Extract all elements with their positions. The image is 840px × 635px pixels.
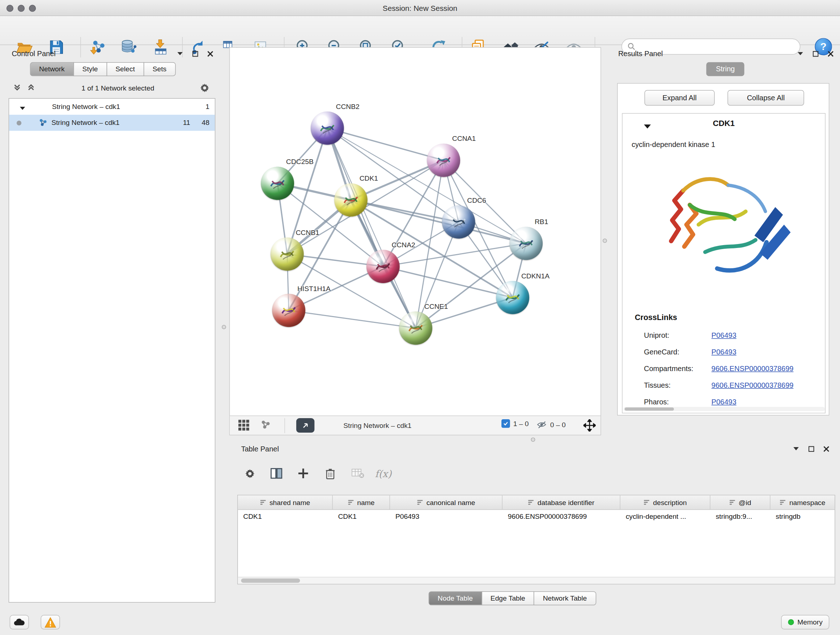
network-view[interactable]: CCNB2CCNA1CDC25BCDK1CDC6RB1CCNB1CCNA2CDK…	[229, 47, 601, 435]
collapse-all-button[interactable]: Collapse All	[728, 90, 804, 106]
right-splitter-handle[interactable]	[603, 239, 607, 243]
clear-table-icon[interactable]	[348, 465, 368, 482]
network-node-label: CDC25B	[286, 157, 314, 165]
left-splitter-handle[interactable]	[222, 325, 226, 329]
network-tree: String Network – cdk1 1 String Network –…	[9, 98, 216, 602]
gene-description: cyclin-dependent kinase 1	[632, 141, 715, 149]
results-horizontal-scrollbar[interactable]	[624, 407, 825, 411]
column-header-name[interactable]: name	[333, 495, 390, 509]
tab-sets[interactable]: Sets	[143, 62, 175, 76]
close-window-button[interactable]	[6, 5, 13, 11]
tab-select[interactable]: Select	[106, 62, 144, 76]
expand-all-button[interactable]: Expand All	[644, 90, 714, 106]
panel-menu-icon[interactable]	[792, 445, 801, 453]
tab-node-table[interactable]: Node Table	[429, 591, 482, 605]
panel-float-icon[interactable]	[191, 49, 199, 58]
sort-icon	[347, 499, 354, 506]
application-window: Session: New Session ? Control	[0, 0, 840, 635]
panel-menu-icon[interactable]	[796, 49, 805, 58]
control-panel-title: Control Panel	[12, 50, 56, 57]
network-node-cdc25b[interactable]	[261, 167, 294, 200]
show-columns-icon[interactable]	[267, 465, 286, 482]
maximize-window-button[interactable]	[29, 5, 36, 11]
network-node-hist1h1a[interactable]	[272, 294, 305, 327]
panel-menu-icon[interactable]	[176, 49, 185, 58]
network-node-label: CCNA1	[452, 135, 476, 143]
network-node-rb1[interactable]	[509, 226, 543, 260]
protein-structure-image	[653, 158, 795, 290]
table-header-row: shared namenamecanonical namedatabase id…	[238, 495, 835, 510]
crosslinks-title: CrossLinks	[635, 313, 677, 322]
panel-close-icon[interactable]	[206, 49, 215, 58]
panel-close-icon[interactable]	[826, 49, 835, 58]
add-column-icon[interactable]	[294, 465, 313, 482]
crosslinks-list: Uniprot:P06493GeneCard:P06493Compartment…	[622, 327, 825, 410]
cloud-status-button[interactable]	[10, 615, 29, 630]
crosslink-row: Uniprot:P06493	[622, 327, 825, 344]
crosslink-label-compartments: Compartments:	[644, 364, 712, 372]
crosslink-value[interactable]: P06493	[712, 348, 737, 356]
network-collection-row[interactable]: String Network – cdk1 1	[9, 98, 215, 114]
horizontal-splitter-handle[interactable]	[531, 437, 535, 442]
table-cell: CDK1	[238, 510, 333, 524]
table-cell: 9606.ENSP00000378699	[502, 510, 621, 524]
table-row[interactable]: CDK1CDK1P064939606.ENSP00000378699cyclin…	[238, 510, 835, 524]
crosslink-value[interactable]: P06493	[712, 398, 737, 406]
panel-float-icon[interactable]	[807, 445, 815, 453]
sort-icon	[644, 499, 650, 506]
column-header--id[interactable]: @id	[711, 495, 771, 509]
tab-network-table[interactable]: Network Table	[534, 591, 596, 605]
network-node-ccnb1[interactable]	[271, 238, 304, 271]
network-node-ccna2[interactable]	[366, 250, 400, 283]
panel-close-icon[interactable]	[822, 445, 831, 453]
network-node-cdk1[interactable]	[334, 183, 368, 217]
pan-mode-icon[interactable]	[584, 419, 596, 432]
tab-style[interactable]: Style	[73, 62, 107, 76]
crosslink-row: GeneCard:P06493	[622, 344, 825, 360]
network-node-ccnb2[interactable]	[311, 111, 344, 145]
column-header-description[interactable]: description	[621, 495, 711, 509]
panel-float-icon[interactable]	[811, 49, 820, 58]
tab-edge-table[interactable]: Edge Table	[482, 591, 534, 605]
minimize-window-button[interactable]	[18, 5, 25, 11]
network-row[interactable]: String Network – cdk1 11 48	[9, 115, 215, 131]
warnings-button[interactable]	[41, 615, 60, 630]
network-node-ccne1[interactable]	[399, 311, 432, 345]
sort-icon	[780, 499, 786, 506]
table-options-gear-icon[interactable]	[240, 465, 259, 482]
grid-view-icon[interactable]	[238, 419, 250, 431]
tree-expander-icon[interactable]	[20, 103, 25, 111]
network-node-label: CDC6	[467, 196, 486, 204]
sort-icon	[528, 499, 534, 506]
crosslink-value[interactable]: 9606.ENSP00000378699	[712, 364, 794, 372]
column-header-namespace[interactable]: namespace	[770, 495, 835, 509]
network-glyph-icon[interactable]	[261, 419, 271, 430]
crosslink-row: Compartments:9606.ENSP00000378699	[622, 360, 825, 377]
function-builder-icon[interactable]: f(x)	[375, 468, 392, 479]
crosslink-value[interactable]: 9606.ENSP00000378699	[712, 381, 794, 389]
column-header-database-identifier[interactable]: database identifier	[502, 495, 621, 509]
expand-all-icon[interactable]	[27, 83, 36, 93]
edge-count: 48	[202, 119, 210, 126]
detach-view-button[interactable]	[296, 418, 314, 432]
tab-string[interactable]: String	[706, 62, 745, 76]
tab-network[interactable]: Network	[30, 62, 74, 76]
crosslink-label-genecard: GeneCard:	[644, 348, 712, 356]
control-panel-tabs: NetworkStyleSelectSets	[30, 62, 175, 76]
column-header-shared-name[interactable]: shared name	[238, 495, 333, 509]
column-header-canonical-name[interactable]: canonical name	[390, 495, 502, 509]
network-node-cdkn1a[interactable]	[496, 281, 529, 314]
sort-icon	[729, 499, 736, 506]
delete-column-icon[interactable]	[321, 465, 340, 482]
network-options-gear-icon[interactable]	[199, 82, 210, 93]
network-view-title: String Network – cdk1	[343, 421, 411, 429]
table-horizontal-scrollbar[interactable]	[238, 577, 835, 584]
collapse-all-icon[interactable]	[13, 83, 23, 93]
memory-button[interactable]: Memory	[781, 615, 829, 630]
node-count: 11	[183, 119, 190, 126]
network-node-ccna1[interactable]	[427, 144, 460, 177]
crosslink-value[interactable]: P06493	[712, 331, 737, 339]
sort-icon	[260, 499, 266, 506]
gene-section: CDK1 cyclin-dependent kinase 1	[622, 113, 826, 413]
network-node-cdc6[interactable]	[442, 205, 475, 239]
